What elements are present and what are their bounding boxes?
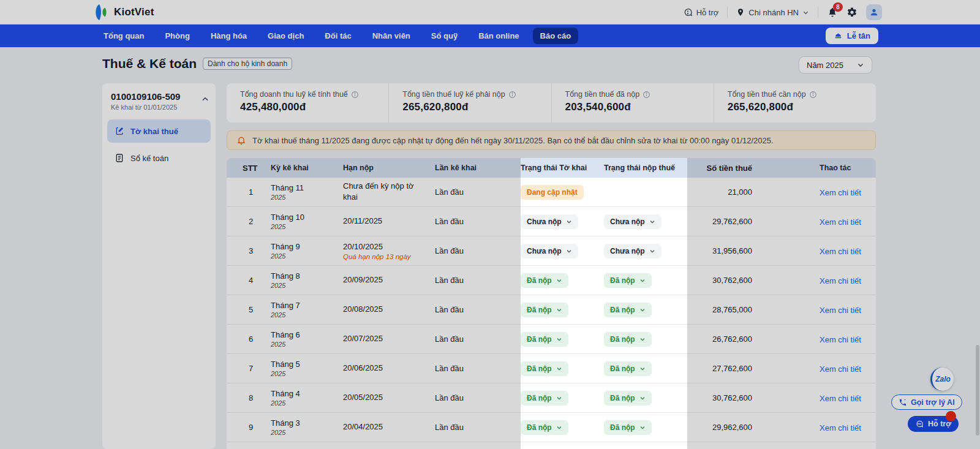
collapse-chevron-up-icon[interactable]	[201, 95, 209, 104]
col-period: Kỳ kê khai	[271, 164, 343, 172]
row-period-year: 2025	[271, 399, 338, 407]
page-title: Thuế & Kế toán	[102, 56, 197, 71]
nav-item-9[interactable]: Báo cáo	[533, 28, 579, 44]
row-stt: 6	[241, 334, 271, 344]
chevron-down-icon	[857, 61, 864, 69]
declaration-status-dropdown[interactable]: Đã nộp	[521, 332, 568, 347]
info-icon[interactable]	[809, 91, 817, 99]
row-due-date: 20/08/2025	[343, 304, 423, 315]
notifications-button[interactable]: 8	[827, 7, 838, 18]
row-period-year: 2025	[271, 194, 338, 201]
help-menu[interactable]: Hỗ trợ	[683, 7, 719, 17]
chevron-down-icon	[639, 336, 646, 342]
table-row: 9 Tháng 3 2025 20/04/2025 Lần đầu Đã nộp…	[227, 413, 876, 442]
vertical-scrollbar-thumb[interactable]	[976, 345, 979, 436]
declaration-status-dropdown[interactable]: Đã nộp	[521, 273, 568, 288]
row-due-date: 20/10/2025	[343, 241, 423, 252]
nav-item-7[interactable]: Sổ quỹ	[424, 28, 465, 44]
page-badge: Dành cho hộ kinh doanh	[203, 58, 292, 70]
table-row: 1 Tháng 11 2025 Chưa đến kỳ nộp tờ khai …	[227, 178, 876, 207]
chevron-down-icon	[639, 277, 646, 284]
view-detail-link[interactable]: Xem chi tiết	[820, 306, 861, 315]
view-detail-link[interactable]: Xem chi tiết	[820, 276, 861, 285]
row-stt: 4	[241, 276, 271, 285]
info-icon[interactable]	[508, 91, 516, 99]
sidebar-menu: Tờ khai thuế Sổ kế toán	[107, 119, 211, 170]
summary-card-label: Tổng tiền thuế luỹ kế phải nộp	[402, 90, 551, 99]
view-detail-link[interactable]: Xem chi tiết	[820, 335, 861, 344]
declaration-status-dropdown[interactable]: Đã nộp	[521, 391, 568, 406]
declaration-status-dropdown[interactable]: Đã nộp	[521, 420, 568, 435]
ai-assistant-call-button[interactable]: Gọi trợ lý AI	[891, 394, 962, 410]
row-declaration-times: Lần đầu	[435, 364, 521, 373]
tax-code-subtitle: Kê khai từ 01/01/2025	[111, 104, 207, 111]
nav-item-3[interactable]: Hàng hóa	[203, 28, 254, 44]
branch-selector[interactable]: Chi nhánh HN	[736, 7, 809, 17]
user-avatar[interactable]	[866, 4, 882, 20]
divider	[818, 7, 818, 18]
info-icon[interactable]	[643, 91, 650, 99]
kiotviet-logo[interactable]: KiotViet	[93, 4, 154, 21]
declaration-status-dropdown[interactable]: Đã nộp	[521, 361, 568, 376]
row-due-date: 20/04/2025	[343, 421, 423, 432]
row-due-date: Chưa đến kỳ nộp tờ khai	[343, 181, 423, 202]
chevron-down-icon	[639, 424, 646, 431]
nav-item-4[interactable]: Giao dịch	[260, 28, 311, 44]
view-detail-link[interactable]: Xem chi tiết	[820, 217, 861, 227]
row-stt: 8	[241, 393, 271, 402]
payment-status-dropdown[interactable]: Đã nộp	[604, 273, 652, 288]
sidebar-item-label: Tờ khai thuế	[130, 127, 178, 136]
tax-code: 0100109106-509	[111, 91, 207, 102]
zalo-chat-button[interactable]: Zalo	[930, 368, 954, 391]
payment-status-dropdown[interactable]: Đã nộp	[604, 332, 652, 347]
row-due-date: 20/09/2025	[343, 274, 423, 285]
concierge-bell-icon	[834, 31, 843, 40]
summary-card: Tổng tiền thuế đã nộp 203,540,600đ	[551, 83, 714, 123]
view-detail-link[interactable]: Xem chi tiết	[820, 423, 861, 432]
settings-button[interactable]	[846, 7, 858, 18]
row-period-year: 2025	[271, 252, 338, 260]
sidebar-item-label: Sổ kế toán	[130, 154, 168, 163]
sidebar-item[interactable]: Tờ khai thuế	[107, 119, 211, 143]
payment-status-dropdown[interactable]: Đã nộp	[604, 361, 652, 376]
table-body: 1 Tháng 11 2025 Chưa đến kỳ nộp tờ khai …	[227, 178, 876, 442]
row-declaration-times: Lần đầu	[435, 393, 521, 402]
info-icon[interactable]	[351, 91, 359, 99]
year-filter-select[interactable]: Năm 2025	[799, 56, 872, 74]
view-detail-link[interactable]: Xem chi tiết	[820, 364, 861, 374]
nav-item-1[interactable]: Tổng quan	[96, 28, 151, 44]
view-detail-link[interactable]: Xem chi tiết	[820, 394, 861, 403]
nav-item-8[interactable]: Bán online	[471, 28, 526, 44]
nav-item-2[interactable]: Phòng	[157, 28, 197, 44]
payment-status-dropdown[interactable]: Đã nộp	[604, 303, 652, 317]
reception-label: Lễ tân	[847, 31, 870, 40]
col-actions: Thao tác	[761, 164, 876, 172]
payment-status-dropdown[interactable]: Đã nộp	[604, 420, 652, 435]
declaration-status-dropdown[interactable]: Chưa nộp	[521, 214, 578, 229]
main-nav-bar: Tổng quan Phòng Hàng hóa Giao dịch Đối t…	[0, 25, 980, 47]
view-detail-link[interactable]: Xem chi tiết	[820, 247, 861, 256]
payment-status-dropdown[interactable]: Chưa nộp	[604, 244, 662, 258]
payment-status-dropdown[interactable]: Đã nộp	[604, 391, 652, 406]
document-edit-icon	[115, 126, 124, 136]
app-window: KiotViet Hỗ trợ Chi nhánh H	[0, 0, 980, 449]
row-due-date: 20/05/2025	[343, 392, 423, 403]
divider	[727, 7, 728, 18]
sidebar-item[interactable]: Sổ kế toán	[107, 146, 211, 170]
table-row: 8 Tháng 4 2025 20/05/2025 Lần đầu Đã nộp…	[227, 383, 876, 413]
view-detail-link[interactable]: Xem chi tiết	[820, 188, 861, 197]
declaration-status-dropdown[interactable]: Đã nộp	[521, 303, 568, 317]
help-label: Hỗ trợ	[696, 8, 719, 17]
nav-item-5[interactable]: Đối tác	[317, 28, 358, 44]
row-stt: 5	[241, 305, 271, 314]
chat-bubble-icon	[915, 420, 924, 428]
row-tax-amount: 30,762,600	[687, 276, 761, 285]
chevron-down-icon	[556, 277, 562, 284]
nav-item-6[interactable]: Nhân viên	[365, 28, 418, 44]
ai-assistant-label: Gọi trợ lý AI	[911, 398, 955, 407]
payment-status-dropdown[interactable]: Chưa nộp	[604, 214, 662, 229]
row-period: Tháng 9	[271, 242, 338, 251]
reception-button[interactable]: Lễ tân	[826, 28, 878, 44]
declaration-status-dropdown[interactable]: Chưa nộp	[521, 244, 578, 258]
row-declaration-times: Lần đầu	[435, 334, 521, 344]
